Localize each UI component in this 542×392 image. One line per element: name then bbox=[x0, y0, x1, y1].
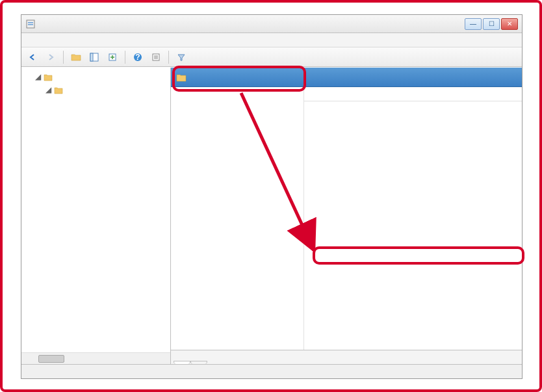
toolbar: ? bbox=[21, 47, 522, 67]
app-window: — ☐ ✕ ? ◢ bbox=[21, 14, 523, 379]
toolbar-separator bbox=[125, 51, 125, 64]
properties-button[interactable] bbox=[149, 50, 163, 64]
horizontal-scrollbar[interactable] bbox=[21, 352, 170, 364]
detail-pane bbox=[171, 68, 522, 364]
nav-back-button[interactable] bbox=[25, 50, 40, 64]
tree-item-session-host[interactable]: ◢ bbox=[45, 83, 170, 96]
tree-pane: ◢ ◢ bbox=[21, 68, 171, 364]
menu-view[interactable] bbox=[49, 39, 59, 42]
detail-header bbox=[171, 68, 522, 87]
description-column bbox=[171, 87, 304, 350]
folder-icon bbox=[176, 73, 185, 81]
maximize-button[interactable]: ☐ bbox=[483, 18, 500, 30]
body: ◢ ◢ bbox=[21, 67, 522, 364]
menu-file[interactable] bbox=[25, 39, 36, 42]
app-icon bbox=[25, 19, 36, 29]
nav-forward-button[interactable] bbox=[44, 50, 58, 64]
toolbar-separator bbox=[63, 51, 64, 64]
minimize-button[interactable]: — bbox=[465, 18, 482, 30]
statusbar bbox=[21, 364, 522, 378]
menu-action[interactable] bbox=[37, 39, 47, 42]
show-hide-tree-button[interactable] bbox=[87, 50, 101, 64]
tree-view[interactable]: ◢ ◢ bbox=[21, 68, 170, 352]
menubar bbox=[21, 33, 522, 47]
filter-button[interactable] bbox=[174, 50, 188, 64]
view-tabs bbox=[171, 350, 522, 364]
up-button[interactable] bbox=[69, 50, 83, 64]
svg-rect-1 bbox=[28, 22, 33, 23]
menu-help[interactable] bbox=[60, 39, 71, 42]
close-button[interactable]: ✕ bbox=[501, 18, 518, 30]
svg-rect-2 bbox=[28, 24, 33, 25]
collapse-icon[interactable]: ◢ bbox=[45, 84, 51, 96]
column-header-state[interactable] bbox=[304, 87, 522, 101]
toolbar-separator bbox=[168, 51, 169, 64]
collapse-icon[interactable]: ◢ bbox=[34, 71, 41, 83]
titlebar: — ☐ ✕ bbox=[21, 15, 522, 33]
tree-item-remote-services[interactable]: ◢ bbox=[34, 70, 170, 83]
tab-extended[interactable] bbox=[174, 361, 190, 364]
list-column bbox=[304, 87, 522, 350]
svg-text:?: ? bbox=[135, 53, 140, 62]
tab-standard[interactable] bbox=[190, 361, 207, 364]
svg-rect-4 bbox=[90, 53, 93, 61]
help-button[interactable]: ? bbox=[131, 50, 145, 64]
settings-list[interactable] bbox=[304, 101, 522, 350]
export-button[interactable] bbox=[105, 50, 120, 64]
